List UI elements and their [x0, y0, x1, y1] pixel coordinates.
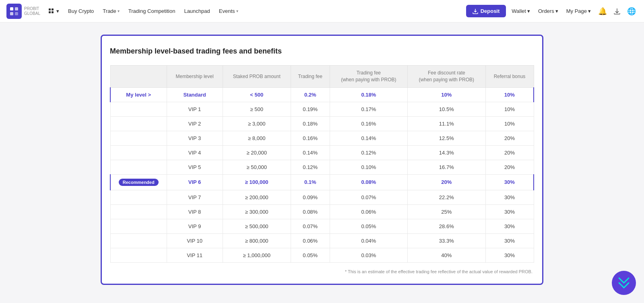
row-fee: 0.19% [291, 102, 330, 116]
table-header: Membership level Staked PROB amount Trad… [110, 66, 534, 88]
row-fee-prob: 0.16% [330, 116, 407, 131]
row-discount: 20% [408, 174, 485, 190]
trading-competition-nav[interactable]: Trading Competition [124, 6, 180, 16]
table-row: My level >Standard< 5000.2%0.18%10%10% [110, 87, 534, 102]
row-referral: 20% [485, 131, 534, 145]
col-header-fee-prob: Trading fee(when paying with PROB) [330, 66, 407, 88]
row-badge-cell: Recommended [110, 174, 167, 190]
launchpad-nav[interactable]: Launchpad [180, 6, 214, 16]
row-discount: 12.5% [408, 131, 485, 145]
row-staked: ≥ 100,000 [223, 174, 291, 190]
row-staked: ≥ 800,000 [223, 233, 291, 248]
table-row: VIP 9≥ 500,0000.07%0.05%28.6%30% [110, 219, 534, 233]
row-fee-prob: 0.08% [330, 174, 407, 190]
mypage-nav[interactable]: My Page ▾ [564, 6, 593, 16]
row-staked: ≥ 1,000,000 [223, 248, 291, 262]
logo-area: PROBIT GLOBAL [6, 4, 40, 19]
svg-rect-0 [10, 7, 13, 10]
row-badge-cell [110, 160, 167, 174]
svg-rect-2 [10, 12, 13, 15]
row-badge-cell [110, 219, 167, 233]
row-referral: 20% [485, 145, 534, 160]
row-staked: ≥ 300,000 [223, 204, 291, 219]
card-title: Membership level-based trading fees and … [110, 47, 534, 56]
col-header-fee: Trading fee [291, 66, 330, 88]
row-fee-prob: 0.17% [330, 102, 407, 116]
row-staked: < 500 [223, 87, 291, 102]
events-nav[interactable]: Events ▾ [215, 6, 242, 16]
row-staked: ≥ 20,000 [223, 145, 291, 160]
row-fee-prob: 0.05% [330, 219, 407, 233]
row-badge-cell [110, 233, 167, 248]
svg-rect-7 [52, 11, 54, 13]
footnote: * This is an estimate of the effective t… [110, 269, 534, 274]
table-row: VIP 3≥ 8,0000.16%0.14%12.5%20% [110, 131, 534, 145]
navbar: PROBIT GLOBAL ▾ Buy Crypto Trade ▾ Tradi… [0, 0, 644, 23]
wallet-nav[interactable]: Wallet ▾ [509, 6, 533, 16]
row-badge-cell [110, 204, 167, 219]
row-referral: 30% [485, 204, 534, 219]
svg-rect-6 [49, 11, 51, 13]
grid-menu-button[interactable]: ▾ [45, 6, 62, 16]
table-row: RecommendedVIP 6≥ 100,0000.1%0.08%20%30% [110, 174, 534, 190]
table-row: VIP 8≥ 300,0000.08%0.06%25%30% [110, 204, 534, 219]
deposit-button[interactable]: Deposit [466, 5, 506, 17]
globe-icon[interactable]: 🌐 [625, 5, 638, 17]
svg-rect-5 [52, 8, 54, 10]
row-staked: ≥ 500,000 [223, 219, 291, 233]
row-fee: 0.07% [291, 219, 330, 233]
download-icon[interactable] [612, 6, 622, 16]
row-fee-prob: 0.03% [330, 248, 407, 262]
row-fee: 0.08% [291, 204, 330, 219]
chat-widget-button[interactable] [612, 271, 636, 295]
nav-right: Deposit Wallet ▾ Orders ▾ My Page ▾ 🔔 🌐 [466, 5, 638, 17]
row-fee-prob: 0.04% [330, 233, 407, 248]
row-fee: 0.06% [291, 233, 330, 248]
row-referral: 30% [485, 174, 534, 190]
main-content: Membership level-based trading fees and … [0, 23, 644, 297]
row-level: VIP 1 [167, 102, 223, 116]
row-level: VIP 4 [167, 145, 223, 160]
row-fee: 0.2% [291, 87, 330, 102]
row-fee-prob: 0.12% [330, 145, 407, 160]
col-header-referral: Referral bonus [485, 66, 534, 88]
my-level-label: My level > [126, 92, 151, 98]
row-fee: 0.12% [291, 160, 330, 174]
row-discount: 28.6% [408, 219, 485, 233]
row-fee-prob: 0.10% [330, 160, 407, 174]
row-level: VIP 8 [167, 204, 223, 219]
row-fee: 0.18% [291, 116, 330, 131]
brand-name: PROBIT GLOBAL [24, 6, 40, 16]
row-badge-cell [110, 248, 167, 262]
buy-crypto-nav[interactable]: Buy Crypto [64, 6, 98, 16]
row-fee: 0.09% [291, 190, 330, 204]
row-referral: 30% [485, 190, 534, 204]
row-level: VIP 11 [167, 248, 223, 262]
row-referral: 30% [485, 219, 534, 233]
row-referral: 20% [485, 160, 534, 174]
orders-nav[interactable]: Orders ▾ [536, 6, 561, 16]
nav-items: Buy Crypto Trade ▾ Trading Competition L… [64, 6, 466, 16]
row-badge-cell [110, 190, 167, 204]
col-header-level: Membership level [167, 66, 223, 88]
row-fee-prob: 0.06% [330, 204, 407, 219]
row-level: VIP 2 [167, 116, 223, 131]
bell-icon[interactable]: 🔔 [597, 5, 609, 17]
row-level: VIP 3 [167, 131, 223, 145]
row-staked: ≥ 200,000 [223, 190, 291, 204]
row-referral: 10% [485, 116, 534, 131]
row-fee-prob: 0.14% [330, 131, 407, 145]
trade-nav[interactable]: Trade ▾ [99, 6, 123, 16]
row-fee: 0.16% [291, 131, 330, 145]
row-level: VIP 6 [167, 174, 223, 190]
row-referral: 30% [485, 233, 534, 248]
row-discount: 11.1% [408, 116, 485, 131]
row-badge-cell [110, 116, 167, 131]
col-header-empty [110, 66, 167, 88]
row-level: VIP 5 [167, 160, 223, 174]
row-staked: ≥ 8,000 [223, 131, 291, 145]
table-row: VIP 2≥ 3,0000.18%0.16%11.1%10% [110, 116, 534, 131]
logo-icon [6, 4, 22, 19]
row-level: VIP 7 [167, 190, 223, 204]
row-referral: 30% [485, 248, 534, 262]
